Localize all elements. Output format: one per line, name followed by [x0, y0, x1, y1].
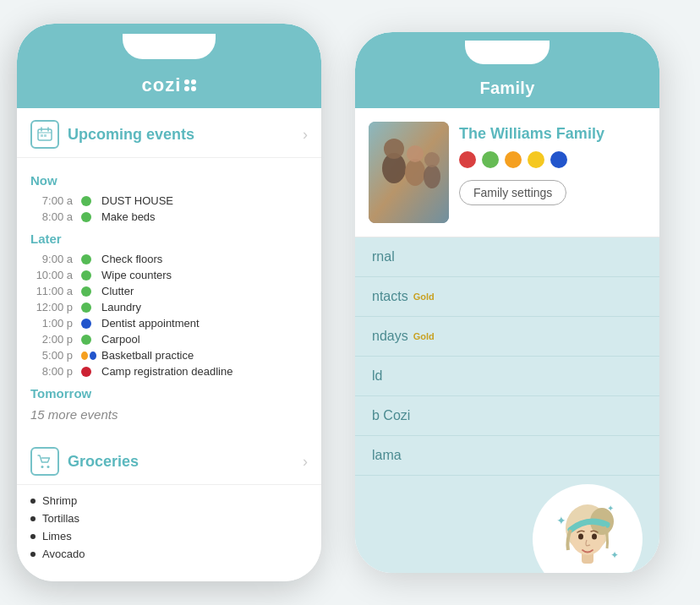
- calendar-svg: [37, 127, 52, 142]
- svg-text:✦: ✦: [610, 549, 619, 561]
- scene: Family: [0, 0, 700, 605]
- menu-item-birthdays-label: ndays: [372, 329, 408, 344]
- event-dot-6: [81, 302, 91, 313]
- event-dot-wrap-10: [81, 367, 96, 377]
- family-photo-inner: [369, 122, 449, 223]
- family-name: The Williams Family: [459, 125, 646, 143]
- event-dot-5: [81, 286, 91, 297]
- event-dot-9a: [81, 352, 88, 360]
- family-photo: [369, 122, 449, 223]
- event-name-check-floors: Check floors: [96, 253, 162, 265]
- menu-item-birthdays[interactable]: ndays Gold: [355, 317, 659, 357]
- event-dot-4: [81, 270, 91, 281]
- svg-point-2: [384, 139, 404, 159]
- member-dot-2: [482, 151, 499, 168]
- event-row-laundry: 12:00 p Laundry: [30, 299, 308, 315]
- svg-point-23: [41, 466, 44, 468]
- event-dot-wrap-1: [81, 196, 96, 206]
- groceries-chevron: ›: [303, 453, 308, 471]
- event-dot-1: [81, 196, 91, 206]
- event-time-100p: 1:00 p: [30, 317, 81, 330]
- event-dot-2: [81, 212, 91, 222]
- event-row-dentist: 1:00 p Dentist appointment: [30, 315, 308, 331]
- event-time-500p: 5:00 p: [30, 349, 81, 362]
- groceries-header-left: Groceries: [30, 447, 139, 476]
- grocery-bullet-3: [30, 534, 36, 539]
- event-dot-8: [81, 335, 91, 345]
- event-dot-10: [81, 367, 91, 377]
- event-time-1100a: 11:00 a: [30, 285, 81, 297]
- menu-item-journal[interactable]: rnal: [355, 237, 659, 277]
- svg-text:✦: ✦: [556, 514, 566, 527]
- cart-svg: [37, 454, 52, 469]
- svg-text:✦: ✦: [607, 504, 614, 513]
- event-time-800p: 8:00 p: [30, 365, 81, 378]
- svg-point-13: [592, 534, 597, 540]
- event-row-carpool: 2:00 p Carpool: [30, 331, 308, 347]
- event-dot-3: [81, 254, 91, 264]
- front-phone-header: cozi: [17, 24, 321, 108]
- grocery-name-tortillas: Tortillas: [42, 512, 79, 525]
- logo-dot-4: [191, 86, 196, 91]
- menu-item-ld[interactable]: ld: [355, 357, 659, 396]
- logo-dot-1: [184, 79, 189, 84]
- event-time-900a: 9:00 a: [30, 253, 81, 265]
- birthdays-gold-badge: Gold: [413, 331, 435, 341]
- menu-item-llama-label: lama: [372, 448, 402, 463]
- illustration-container: ✦ ✦ ✦: [355, 476, 659, 573]
- event-dot-wrap-2: [81, 212, 96, 222]
- groceries-content: Shrimp Tortillas Limes Avocado: [17, 485, 321, 576]
- event-time-200p: 2:00 p: [30, 333, 81, 346]
- family-section: The Williams Family Family settings: [355, 108, 659, 237]
- event-dot-7: [81, 319, 91, 329]
- menu-item-llama[interactable]: lama: [355, 436, 659, 476]
- svg-point-5: [424, 165, 440, 188]
- contacts-gold-badge: Gold: [413, 292, 435, 302]
- grocery-item-shrimp: Shrimp: [30, 492, 308, 510]
- event-name-dust-house: DUST HOUSE: [96, 194, 173, 207]
- member-dot-3: [505, 151, 522, 168]
- grocery-item-avocado: Avocado: [30, 545, 308, 563]
- menu-item-contacts[interactable]: ntacts Gold: [355, 277, 659, 317]
- menu-item-cozi[interactable]: b Cozi: [355, 396, 659, 436]
- family-settings-button[interactable]: Family settings: [459, 180, 566, 205]
- back-phone: Family: [355, 32, 659, 573]
- event-row-basketball: 5:00 p Basketball practice: [30, 347, 308, 363]
- logo-dot-2: [184, 86, 189, 91]
- events-content: Now 7:00 a DUST HOUSE 8:00 a Make beds L…: [17, 158, 321, 435]
- menu-item-ld-label: ld: [372, 368, 382, 384]
- illustration-circle: ✦ ✦ ✦: [533, 484, 643, 573]
- event-name-camp: Camp registration deadline: [96, 365, 232, 378]
- front-phone: cozi: [17, 24, 321, 581]
- member-dot-4: [528, 151, 544, 168]
- event-row-wipe-counters: 10:00 a Wipe counters: [30, 267, 308, 283]
- event-time-1200p: 12:00 p: [30, 301, 81, 313]
- grocery-item-limes: Limes: [30, 527, 308, 545]
- menu-list: rnal ntacts Gold ndays Gold ld b Cozi la: [355, 237, 659, 573]
- groceries-icon: [30, 447, 59, 476]
- event-dot-wrap-3: [81, 254, 96, 264]
- cozi-illustration: ✦ ✦ ✦: [541, 493, 634, 573]
- event-time-700a: 7:00 a: [30, 194, 81, 207]
- menu-item-journal-label: rnal: [372, 249, 395, 264]
- upcoming-events-header[interactable]: Upcoming events ›: [17, 108, 321, 158]
- cozi-text: cozi: [142, 74, 182, 96]
- event-name-laundry: Laundry: [96, 301, 141, 313]
- groceries-header[interactable]: Groceries ›: [17, 435, 321, 485]
- event-dot-wrap-9: [81, 352, 96, 360]
- upcoming-events-title: Upcoming events: [68, 126, 194, 144]
- event-row-dust-house: 7:00 a DUST HOUSE: [30, 193, 308, 209]
- event-time-1000a: 10:00 a: [30, 269, 81, 281]
- grocery-bullet-4: [30, 552, 36, 557]
- event-name-basketball: Basketball practice: [96, 349, 194, 362]
- svg-point-3: [405, 159, 425, 186]
- event-name-wipe-counters: Wipe counters: [96, 269, 172, 281]
- event-name-carpool: Carpool: [96, 333, 140, 346]
- event-dot-wrap-8: [81, 335, 96, 345]
- back-phone-header: Family: [355, 32, 659, 108]
- family-info: The Williams Family Family settings: [459, 122, 646, 205]
- back-phone-content: The Williams Family Family settings rnal: [355, 108, 659, 573]
- upcoming-events-header-left: Upcoming events: [30, 120, 194, 149]
- group-label-tomorrow: Tomorrow: [30, 386, 308, 401]
- event-row-clutter: 11:00 a Clutter: [30, 283, 308, 299]
